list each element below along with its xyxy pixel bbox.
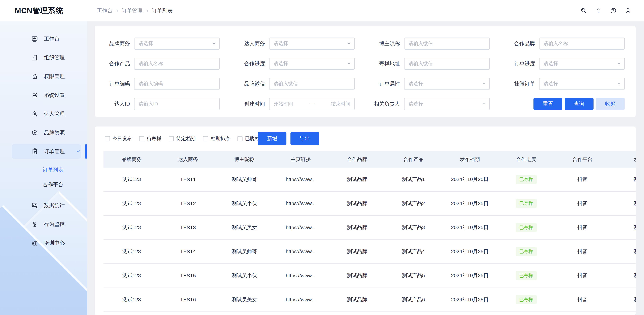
table-cell: 抖音 xyxy=(554,296,611,303)
chart-board-icon xyxy=(31,202,38,209)
select-placeholder: 请选择 xyxy=(274,40,288,47)
table-cell: 测试 xyxy=(611,296,636,303)
checkbox-today-publish[interactable]: 今日发布 xyxy=(105,135,132,142)
chevron-down-icon xyxy=(346,61,352,66)
table-cell: 测试 xyxy=(611,224,636,231)
select-placeholder: 请选择 xyxy=(544,80,558,87)
brand-biz-select[interactable]: 请选择 xyxy=(134,37,220,50)
table-cell: 抖音 xyxy=(554,272,611,279)
app-header: MCN管理系统 工作台›订单管理›订单列表 xyxy=(0,0,644,21)
daterange-separator: — xyxy=(308,101,316,107)
blogger-nickname-input[interactable]: 请输入微信 xyxy=(404,37,490,50)
checkbox-waiting-sample[interactable]: 待寄样 xyxy=(139,135,161,142)
checkbox-box xyxy=(169,136,174,141)
table-header-row: 品牌商务达人商务博主昵称主页链接合作品牌合作产品发布档期合作进度合作平台发布 xyxy=(104,151,636,168)
table-row[interactable]: 测试123TEST3测试员美女https://www...测试品牌测试产品320… xyxy=(104,216,636,240)
sidebar-subitem-order-list[interactable]: 订单列表 xyxy=(0,163,87,177)
user-icon[interactable] xyxy=(624,7,632,14)
checkbox-box xyxy=(105,136,110,141)
daterange-end-placeholder: 结束时间 xyxy=(331,100,350,107)
table-row[interactable]: 测试123TEST1测试员帅哥https://www...测试品牌测试产品120… xyxy=(104,168,636,192)
sidebar-item-talent[interactable]: 达人管理 xyxy=(0,105,87,123)
orders-panel: 今日发布待寄样待定档期档期排序已脱档 新增 导出 品牌商务达人商务博主昵称主页链… xyxy=(95,126,636,315)
table-cell: 测试品牌 xyxy=(329,248,385,255)
notifications-icon[interactable] xyxy=(595,7,602,14)
table-cell: 2024年10月25日 xyxy=(442,224,498,231)
monitor-icon xyxy=(31,35,38,42)
column-header: 合作进度 xyxy=(498,156,554,163)
status-badge: 已寄样 xyxy=(516,271,537,280)
talent-id-input[interactable]: 请输入ID xyxy=(134,98,220,110)
filter-field-order-progress: 订单进度请选择 xyxy=(503,58,625,70)
add-button[interactable]: 新增 xyxy=(258,132,286,145)
reset-button[interactable]: 重置 xyxy=(534,98,562,110)
coop-progress-select[interactable]: 请选择 xyxy=(269,58,355,70)
filter-label: 订单属性 xyxy=(368,80,400,87)
table-cell: 测试 xyxy=(611,272,636,279)
sidebar-item-label: 系统设置 xyxy=(44,92,65,99)
checkbox-box xyxy=(139,136,144,141)
sidebar-item-order[interactable]: 订单管理 xyxy=(0,142,87,161)
export-button[interactable]: 导出 xyxy=(290,132,319,145)
checkbox-label: 待寄样 xyxy=(147,135,161,142)
sidebar-menu: 工作台组织管理权限管理系统设置达人管理品牌资源订单管理订单列表合作平台数据统计行… xyxy=(0,29,87,252)
wechat-order-select[interactable]: 请选择 xyxy=(539,78,625,90)
checkbox-waiting-schedule[interactable]: 待定档期 xyxy=(169,135,196,142)
sidebar-item-statistics[interactable]: 数据统计 xyxy=(0,196,87,215)
table-row[interactable]: 测试123TEST4测试员帅哥https://www...测试品牌测试产品420… xyxy=(104,240,636,264)
table-cell: 测试产品1 xyxy=(385,176,442,183)
building-icon xyxy=(31,54,38,61)
table-cell: 已寄样 xyxy=(498,223,554,232)
order-progress-select[interactable]: 请选择 xyxy=(539,58,625,70)
sample-address-input[interactable]: 请输入微信 xyxy=(404,58,490,70)
table-row[interactable]: 测试123TEST2测试员小伙https://www...测试品牌测试产品220… xyxy=(104,192,636,216)
search-icon[interactable] xyxy=(580,7,588,14)
coop-product-input[interactable]: 请输入名称 xyxy=(134,58,220,70)
table-cell: 测试品牌 xyxy=(329,200,385,207)
order-attr-select[interactable]: 请选择 xyxy=(404,78,490,90)
sidebar-subitem-coop-platform[interactable]: 合作平台 xyxy=(0,177,87,192)
checkbox-schedule-sort[interactable]: 档期排序 xyxy=(203,135,230,142)
checkbox-off-schedule[interactable]: 已脱档 xyxy=(238,135,260,142)
filter-label: 达人ID xyxy=(98,100,130,107)
column-header: 主页链接 xyxy=(272,156,329,163)
help-icon[interactable] xyxy=(610,7,617,14)
filter-label: 寄样地址 xyxy=(368,60,400,67)
sidebar-item-permission[interactable]: 权限管理 xyxy=(0,67,87,86)
create-time-daterange[interactable]: 开始时间—结束时间 xyxy=(269,98,355,110)
sidebar-item-workbench[interactable]: 工作台 xyxy=(0,29,87,48)
table-cell: 已寄样 xyxy=(498,295,554,304)
breadcrumb: 工作台›订单管理›订单列表 xyxy=(97,0,173,21)
sidebar-item-behavior-monitor[interactable]: 行为监控 xyxy=(0,215,87,234)
table-cell: TEST5 xyxy=(160,273,216,279)
table-cell: 测试123 xyxy=(104,272,160,279)
table-row[interactable]: 测试123TEST5测试员小伙https://www...测试品牌测试产品520… xyxy=(104,264,636,288)
table-row[interactable]: 测试123TEST6测试员美女https://www...测试品牌测试产品620… xyxy=(104,288,636,312)
talent-biz-select[interactable]: 请选择 xyxy=(269,37,355,50)
table-cell: 测试123 xyxy=(104,200,160,207)
collapse-button[interactable]: 收起 xyxy=(596,98,625,110)
column-header: 合作产品 xyxy=(385,156,442,163)
table-cell: 测试品牌 xyxy=(329,296,385,303)
breadcrumb-item[interactable]: 订单管理 xyxy=(122,7,142,14)
owner-select[interactable]: 请选择 xyxy=(404,98,490,110)
checkbox-label: 档期排序 xyxy=(211,135,230,142)
table-cell: 测试 xyxy=(611,200,636,207)
table-cell: https://www... xyxy=(272,297,329,303)
breadcrumb-item[interactable]: 工作台 xyxy=(97,7,112,14)
coop-brand-input[interactable]: 请输入名称 xyxy=(539,37,625,50)
chevron-down-icon xyxy=(481,81,487,86)
brand-wechat-input[interactable]: 请输入微信 xyxy=(269,78,355,90)
table-cell: TEST1 xyxy=(160,177,216,182)
order-code-input[interactable]: 请输入编码 xyxy=(134,78,220,90)
column-header: 合作平台 xyxy=(554,156,611,163)
table-cell: 测试 xyxy=(611,176,636,183)
table-cell: 已寄样 xyxy=(498,247,554,256)
settings-icon xyxy=(31,92,38,99)
search-button[interactable]: 查询 xyxy=(565,98,594,110)
sidebar-item-organization[interactable]: 组织管理 xyxy=(0,48,87,67)
chevron-down-icon xyxy=(346,41,352,46)
sidebar-item-system-settings[interactable]: 系统设置 xyxy=(0,86,87,105)
sidebar-item-training-center[interactable]: 培训中心 xyxy=(0,234,87,252)
sidebar-item-brand-resource[interactable]: 品牌资源 xyxy=(0,123,87,142)
